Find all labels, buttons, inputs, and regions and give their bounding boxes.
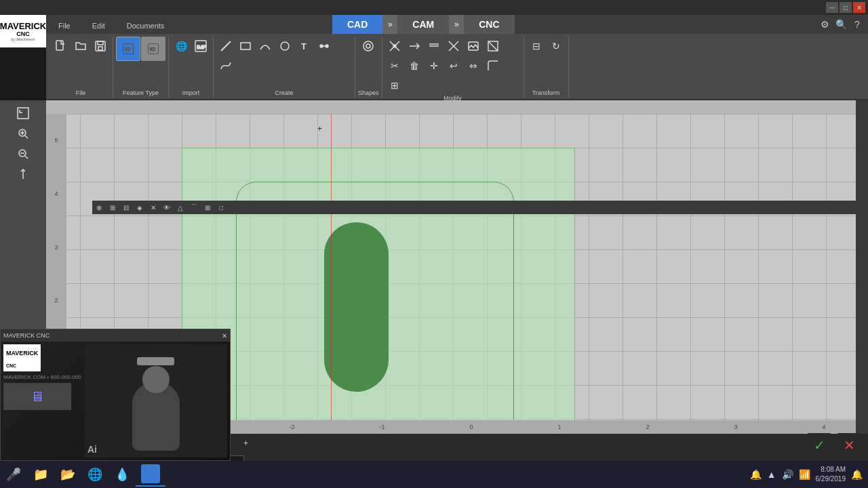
grid-transform-icon[interactable]: ⊞: [385, 76, 404, 95]
taskbar: 🎤 📁 📂 🌐 💧 🔔 ▲ 🔊 📶 8:08 AM 6/29/2019 🔔: [0, 461, 868, 488]
webcam-url: MAVERICK.COM • 800-000-000: [3, 374, 81, 380]
file-menu[interactable]: File: [47, 18, 81, 34]
canvas-grid-icon[interactable]: ⊞: [106, 201, 119, 214]
search-icon[interactable]: 🔍: [833, 16, 849, 33]
svg-rect-0: [56, 41, 63, 50]
webcam-monitor-icon: 🖥: [3, 383, 71, 410]
shapes-group: Shapes: [355, 37, 382, 98]
logo-text: MAVERICK: [0, 22, 46, 30]
confirm-cancel-buttons: ✓ ✕: [807, 433, 861, 458]
cad-cam-arrow[interactable]: »: [382, 15, 397, 34]
line-tool-icon[interactable]: [216, 37, 235, 56]
documents-menu[interactable]: Documents: [116, 18, 176, 34]
import-group: 🌐 IMP Import: [169, 37, 214, 98]
svg-point-18: [366, 44, 370, 48]
feature-type-3d-icon[interactable]: 3D: [141, 37, 165, 61]
cancel-button[interactable]: ✕: [837, 433, 861, 458]
feature-type-2d-icon[interactable]: 2D: [116, 37, 140, 61]
logo-cnc: CNC: [16, 30, 30, 37]
taskbar-files[interactable]: 📁: [27, 462, 54, 487]
help-icon[interactable]: ?: [849, 16, 865, 33]
layer-add-icon[interactable]: +: [240, 437, 252, 449]
svg-text:2D: 2D: [125, 47, 131, 52]
tray-volume-icon[interactable]: 🔊: [782, 469, 793, 480]
taskbar-chrome[interactable]: 🌐: [81, 462, 108, 487]
ai-label: Ai: [87, 444, 97, 455]
tray-notification-icon[interactable]: 🔔: [750, 469, 762, 480]
canvas-snap2-icon[interactable]: ◈: [133, 201, 146, 214]
circle-tool-icon[interactable]: [275, 37, 294, 56]
taskbar-water[interactable]: 💧: [108, 462, 136, 487]
confirm-button[interactable]: ✓: [807, 433, 831, 458]
import-label: Import: [182, 89, 200, 98]
canvas-eye-icon[interactable]: 👁: [160, 201, 174, 214]
transform-label: Transform: [532, 89, 560, 98]
canvas-ortho-icon[interactable]: ⊟: [119, 201, 133, 214]
move-icon[interactable]: ✛: [425, 56, 443, 75]
folder-icon: 📂: [60, 466, 76, 483]
node-tool-icon[interactable]: [315, 37, 334, 56]
webcam-close[interactable]: ✕: [222, 332, 227, 340]
shapes-circle-icon[interactable]: [359, 37, 378, 56]
minimize-button[interactable]: ─: [826, 2, 838, 13]
mirror-icon[interactable]: ⇔: [464, 56, 483, 75]
zoom-in-icon[interactable]: [14, 124, 33, 143]
taskbar-app[interactable]: [136, 462, 165, 487]
cnc-tab[interactable]: CNC: [464, 15, 514, 34]
webcam-content: MAVERICK CNC MAVERICK.COM • 800-000-000 …: [1, 342, 230, 460]
canvas-sq-icon[interactable]: □: [214, 201, 228, 214]
tray-datetime: 8:08 AM 6/29/2019: [816, 465, 846, 484]
trim-icon[interactable]: [385, 37, 404, 56]
offset-icon[interactable]: [425, 37, 443, 56]
tray-up-arrow[interactable]: ▲: [767, 469, 776, 480]
delete-icon[interactable]: 🗑: [405, 56, 424, 75]
rotate-icon[interactable]: ↻: [547, 37, 566, 56]
scale-icon[interactable]: [484, 37, 502, 56]
modify-label: Modify: [443, 95, 462, 103]
shapes-label: Shapes: [358, 89, 379, 98]
svg-rect-3: [98, 47, 102, 50]
taskbar-mic[interactable]: 🎤: [0, 462, 27, 487]
cam-cnc-arrow[interactable]: »: [449, 15, 464, 34]
cut-icon[interactable]: ✂: [385, 56, 404, 75]
image-icon[interactable]: [464, 37, 483, 56]
svg-text:3D: 3D: [150, 47, 156, 52]
canvas-close-icon[interactable]: ✕: [146, 201, 160, 214]
open-file-icon[interactable]: [71, 37, 90, 56]
close-button[interactable]: ✕: [853, 2, 865, 13]
align-icon[interactable]: ⊟: [527, 37, 546, 56]
fillet-icon[interactable]: [484, 56, 502, 75]
tray-notification-bell[interactable]: 🔔: [851, 469, 863, 480]
canvas-angle-icon[interactable]: △: [174, 201, 187, 214]
taskbar-folder[interactable]: 📂: [54, 462, 81, 487]
shape-container: [182, 148, 575, 434]
zoom-out-icon[interactable]: [14, 144, 33, 163]
canvas-snap-icon[interactable]: ⊕: [92, 201, 106, 214]
spline-tool-icon[interactable]: [216, 56, 235, 75]
toolbar-topright: ⚙ 🔍 ?: [807, 15, 868, 34]
settings-icon[interactable]: ⚙: [816, 16, 833, 33]
svg-line-27: [488, 41, 498, 51]
undo-icon[interactable]: ↩: [444, 56, 463, 75]
capsule-shape[interactable]: [324, 222, 389, 392]
maximize-button[interactable]: □: [840, 2, 852, 13]
svg-text:T: T: [301, 41, 307, 52]
tray-network-icon[interactable]: 📶: [799, 469, 810, 480]
edit-menu[interactable]: Edit: [81, 18, 116, 34]
svg-text:IMP: IMP: [197, 44, 206, 50]
arc-tool-icon[interactable]: [256, 37, 275, 56]
import-icon[interactable]: IMP: [191, 37, 210, 56]
pan-icon[interactable]: [14, 165, 33, 184]
zoom-extents-icon[interactable]: [14, 104, 33, 123]
save-file-icon[interactable]: [91, 37, 110, 56]
globe-icon[interactable]: 🌐: [172, 37, 191, 56]
cad-tab[interactable]: CAD: [332, 15, 382, 34]
canvas-curve-icon[interactable]: ⌒: [187, 201, 201, 214]
canvas-ruler-icon[interactable]: ⊞: [201, 201, 214, 214]
rect-tool-icon[interactable]: [236, 37, 255, 56]
text-tool-icon[interactable]: T: [295, 37, 314, 56]
new-file-icon[interactable]: [52, 37, 71, 56]
extend-icon[interactable]: [405, 37, 424, 56]
cross-icon[interactable]: [444, 37, 463, 56]
cam-tab[interactable]: CAM: [397, 15, 449, 34]
